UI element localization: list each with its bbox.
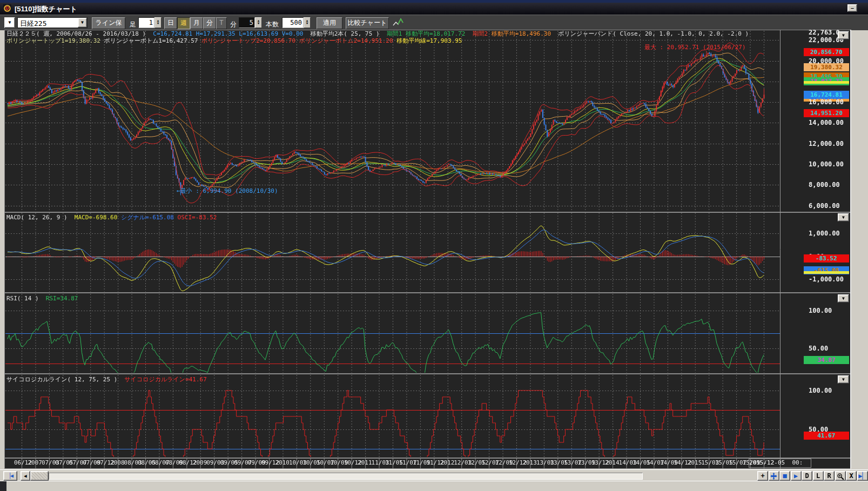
price-chart-canvas[interactable] — [4, 30, 851, 469]
scale-value-badge: -83.52 — [804, 254, 849, 263]
period-button-週[interactable]: 週 — [177, 17, 190, 29]
main-chart-header-line2: ボリンジャートップ1=19,380.32 ボリンジャーボトム1=16,427.5… — [6, 37, 462, 44]
header-segment: 日経２２５( 週, 2006/08/26 - 2016/03/18 ) — [6, 30, 153, 37]
header-segment: RSI=34.87 — [46, 295, 78, 302]
scale-label: 16,000.00 — [809, 98, 844, 106]
scroll-left-button[interactable]: ◀ — [21, 471, 30, 481]
x-axis-label: 2015 — [688, 459, 702, 466]
scrollbar-track[interactable] — [49, 473, 643, 480]
line-chart-icon[interactable] — [392, 17, 404, 28]
scrollbar-thumb[interactable] — [30, 471, 49, 481]
scale-label: 8,000.00 — [809, 181, 840, 189]
close-button[interactable]: X — [846, 471, 857, 481]
header-segment: ボリンジャートップ2=20,856.70 — [201, 37, 299, 44]
header-segment: サイコロジカルライン=41.67 — [125, 376, 207, 383]
scale-label: 20,000.00 — [809, 57, 844, 65]
macd-scale-menu-button[interactable]: ▼ — [838, 213, 849, 221]
window-title: [5110]指数チャート — [15, 4, 77, 14]
titlebar: [5110]指数チャート — — [0, 3, 868, 15]
play-button[interactable]: ▶ — [791, 471, 802, 481]
psych-header: サイコロジカルライン( 12, 75, 25 ) サイコロジカルライン=41.6… — [6, 376, 207, 383]
step-forward-button[interactable]: ▶▏ — [857, 471, 868, 481]
bar-label: 足 — [130, 19, 136, 30]
period-button-T[interactable]: T — [216, 17, 227, 29]
minute-spinner-icon[interactable]: ▲▼ — [255, 17, 262, 28]
scale-label: 50.00 — [809, 426, 828, 433]
rsi-header: RSI( 14 ) RSI=34.87 — [6, 295, 78, 302]
add-button[interactable]: + — [757, 471, 768, 481]
header-segment: シグナル=-615.08 — [121, 214, 178, 221]
scale-label: 22,763.0 — [809, 30, 840, 36]
header-segment: C=16,724.81 H=17,291.35 L=16,613.69 V=0.… — [153, 30, 303, 37]
header-segment: RSI( 14 ) — [6, 295, 46, 302]
x-axis-label: 2014 — [605, 459, 620, 466]
bar-interval-input[interactable] — [138, 17, 154, 28]
right-scale-button[interactable]: R — [824, 471, 835, 481]
minute-label: 分 — [230, 19, 237, 30]
scale-label: 50.00 — [809, 345, 828, 352]
macd-header: MACD( 12, 26, 9 ) MACD=-698.60 シグナル=-615… — [6, 214, 217, 221]
header-segment: ボリンジャートップ1=19,380.32 — [6, 37, 104, 44]
zoom-button[interactable] — [835, 471, 846, 481]
bar-interval-spinner-icon[interactable]: ▲▼ — [154, 17, 162, 28]
header-segment: 期間2 — [473, 30, 492, 37]
x-axis-label: 2013 — [522, 459, 537, 466]
min-annotation: ←最小 : 6,994.90 (2008/10/30) — [177, 187, 278, 194]
scale-label: -1,000.00 — [809, 275, 844, 283]
scale-value-badge: 34.87 — [804, 356, 849, 364]
header-segment: 移動平均=18,017.72 — [406, 30, 472, 37]
scale-value-badge: 14,951.20 — [804, 109, 849, 117]
horizontal-scrollbar-row: ▕◀◀ +■▶DLRX▶▏ — [0, 469, 868, 481]
stop-button[interactable]: ■ — [779, 471, 790, 481]
pan-button[interactable] — [769, 471, 779, 481]
symbol-combobox[interactable]: 日経225 ▼ — [17, 17, 88, 28]
header-segment: 期間1 — [387, 30, 406, 37]
bar-count-input[interactable] — [282, 17, 304, 28]
chart-region: 日経２２５( 週, 2006/08/26 - 2016/03/18 ) C=16… — [4, 30, 851, 469]
count-label: 本数 — [266, 19, 279, 30]
x-axis-label: 2008 — [110, 459, 125, 466]
scale-marker-strip — [804, 81, 849, 84]
scale-label: 1,000.00 — [809, 230, 840, 237]
apply-button[interactable]: 適用 — [317, 17, 342, 29]
header-segment: ボリンジャーバンド( Close, 20, 1.0, -1.0, 0, 2.0,… — [558, 30, 749, 37]
header-segment: MACD=-698.60 — [75, 214, 121, 221]
data-button[interactable]: D — [802, 471, 812, 481]
x-axis-label: 2009 — [193, 459, 207, 466]
symbol-menu-button[interactable]: ▼ — [4, 17, 15, 28]
x-axis-label: 2010 — [275, 459, 290, 466]
period-button-分[interactable]: 分 — [203, 17, 216, 29]
header-segment: ボリンジャーボトム2=14,951.20 — [299, 37, 397, 44]
scale-value-badge: 20,856.70 — [804, 48, 849, 56]
scale-label: 14,000.00 — [809, 119, 844, 126]
count-spinner-icon[interactable]: ▲▼ — [304, 17, 311, 28]
period-button-日[interactable]: 日 — [164, 17, 177, 29]
header-segment: MACD( 12, 26, 9 ) — [6, 214, 75, 221]
minimize-button[interactable]: — — [847, 4, 857, 12]
save-lines-button[interactable]: ライン保存 — [92, 17, 125, 29]
application-window: [5110]指数チャート — ▼ 日経225 ▼ ライン保存 足 ▲▼ 日週月分… — [0, 0, 868, 491]
jump-start-button[interactable]: ▕◀ — [3, 471, 17, 481]
main-scale-menu-button[interactable]: ▼ — [838, 31, 849, 39]
x-axis-label: 15/12 — [756, 459, 774, 466]
scale-label: 100.00 — [809, 307, 832, 314]
x-axis-label: 2007 — [28, 459, 42, 466]
psych-scale-menu-button[interactable]: ▼ — [838, 375, 849, 384]
symbol-combobox-value: 日経225 — [20, 19, 46, 29]
rsi-scale-menu-button[interactable]: ▼ — [838, 294, 849, 302]
scale-marker-strip — [804, 271, 849, 274]
compare-chart-button[interactable]: 比較チャート — [346, 17, 389, 29]
minute-interval-input[interactable] — [239, 17, 255, 28]
scale-value-badge: 16,724.81 — [804, 91, 849, 99]
x-axis-label: 2011 — [358, 459, 372, 466]
header-segment: OSCI=-83.52 — [178, 214, 217, 221]
main-chart-header-line1: 日経２２５( 週, 2006/08/26 - 2016/03/18 ) C=16… — [6, 30, 749, 37]
scale-label: 10,000.00 — [809, 160, 844, 168]
scale-label: 12,000.00 — [809, 140, 844, 147]
zoom-icon — [837, 473, 844, 480]
symbol-combobox-arrow-icon[interactable]: ▼ — [78, 18, 87, 28]
x-axis-label: 2012 — [440, 459, 455, 466]
lines-button[interactable]: L — [813, 471, 824, 481]
header-segment: サイコロジカルライン( 12, 75, 25 ) — [6, 376, 125, 383]
period-button-月[interactable]: 月 — [190, 17, 203, 29]
